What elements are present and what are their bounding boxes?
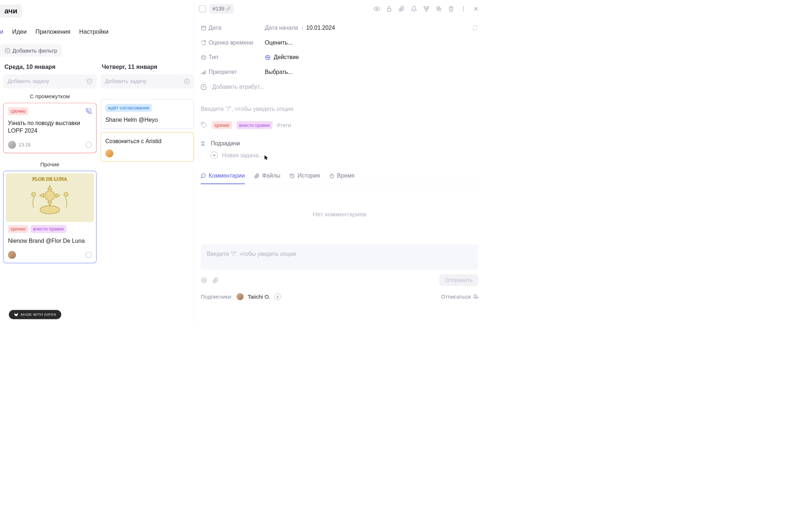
tags-hint[interactable]: #теги — [277, 122, 291, 129]
section-label-other: Прочие — [3, 156, 97, 171]
svg-point-22 — [201, 55, 206, 59]
main-nav: и Идеи Приложения Настройки — [0, 17, 194, 40]
tab-files[interactable]: Файлы — [254, 172, 280, 184]
copy-icon[interactable] — [436, 5, 442, 12]
task-time: 13:15 — [18, 142, 31, 148]
svg-rect-29 — [203, 72, 204, 74]
attr-value: Действие — [274, 54, 299, 61]
task-detail-panel: #139 Дата — [194, 0, 485, 324]
svg-point-37 — [203, 279, 205, 281]
tab-label: Файлы — [262, 173, 280, 179]
svg-text:FLOR DE LUNA: FLOR DE LUNA — [32, 176, 67, 182]
task-tag-edits: внести правки — [30, 225, 66, 233]
attr-priority[interactable]: Приоритет Выбрать... — [201, 65, 478, 80]
svg-point-3 — [32, 192, 36, 196]
attachment-icon[interactable] — [398, 5, 405, 12]
nav-apps[interactable]: Приложения — [36, 29, 70, 36]
mention-icon[interactable] — [201, 277, 207, 283]
unsubscribe-label: Отписаться — [441, 294, 471, 300]
plus-circle-icon: + — [211, 151, 218, 159]
page-title: ачи — [0, 4, 22, 17]
phone-icon — [86, 108, 92, 114]
avatar — [237, 293, 244, 300]
add-attribute-button[interactable]: + Добавить атрибут... — [201, 80, 478, 95]
attr-date[interactable]: Дата Дата начала - 10.01.2024 — [201, 20, 478, 35]
calendar-icon — [201, 25, 209, 31]
day-heading: Среда, 10 января — [3, 63, 97, 74]
task-tag-approval: ждёт согласования — [105, 104, 152, 112]
comments-empty: Нет комментариев — [194, 184, 485, 244]
tab-comments[interactable]: Комментарии — [201, 172, 245, 184]
nav-ideas[interactable]: Идеи — [12, 29, 27, 36]
history-icon — [290, 173, 295, 179]
add-task-input[interactable]: Добавить задачу + — [100, 74, 194, 88]
task-tag-urgent: срочно — [8, 225, 28, 233]
close-icon[interactable] — [473, 5, 479, 12]
svg-point-31 — [202, 123, 203, 124]
add-filter-button[interactable]: + Добавить фильтр — [0, 44, 62, 57]
plus-circle-icon: + — [87, 79, 92, 84]
sync-icon[interactable] — [472, 25, 478, 31]
date-end: 10.01.2024 — [306, 24, 335, 31]
made-with-gifox-badge: MADE WITH GIFOX — [9, 310, 61, 319]
task-card[interactable]: ждёт согласования Shane Helm @Heyo — [100, 100, 194, 129]
left-panel: ачи и Идеи Приложения Настройки + Добави… — [0, 0, 194, 324]
tab-time[interactable]: Время — [329, 172, 354, 184]
svg-point-13 — [463, 7, 464, 8]
plus-circle-icon: + — [184, 79, 190, 84]
watch-icon[interactable] — [374, 5, 380, 12]
task-id-badge[interactable]: #139 — [209, 4, 234, 14]
task-card[interactable]: FLOR DE LUNA срочно внести правки Nienow… — [3, 171, 97, 263]
detail-tag-edits[interactable]: внести правки — [236, 121, 272, 129]
bell-icon[interactable] — [411, 5, 417, 12]
task-card[interactable]: срочно Узнать по поводу выставки LOPF 20… — [3, 103, 97, 153]
task-card[interactable]: Созвониться с Aristid — [100, 132, 194, 162]
comment-input[interactable]: Введите "/", чтобы увидеть опции — [201, 244, 478, 270]
add-subscriber-button[interactable]: + — [274, 293, 281, 300]
attachment-icon[interactable] — [212, 277, 219, 283]
task-thumbnail: FLOR DE LUNA — [6, 173, 94, 222]
more-icon[interactable] — [460, 5, 467, 12]
nav-tasks[interactable]: и — [0, 29, 3, 36]
svg-point-6 — [376, 8, 378, 9]
task-id: #139 — [213, 6, 225, 12]
attr-label: Тип — [209, 54, 265, 61]
task-title: Созвониться с Aristid — [105, 136, 189, 146]
add-task-placeholder: Добавить задачу — [105, 78, 146, 84]
task-title: Shane Helm @Heyo — [105, 112, 189, 125]
nav-settings[interactable]: Настройки — [79, 29, 109, 36]
chat-icon — [201, 173, 206, 178]
avatar — [8, 251, 16, 259]
unsubscribe-button[interactable]: Отписаться — [441, 294, 478, 300]
detail-tag-urgent[interactable]: срочно — [212, 121, 232, 129]
attr-time-estimate[interactable]: Оценка времени Оценить... — [201, 35, 478, 50]
status-circle[interactable] — [86, 142, 92, 148]
lock-icon[interactable] — [386, 5, 392, 12]
add-filter-label: Добавить фильтр — [12, 47, 57, 54]
send-button[interactable]: Отправить — [440, 274, 478, 286]
task-tag-urgent: срочно — [8, 107, 28, 115]
priority-icon — [201, 69, 209, 75]
plus-circle-icon: + — [201, 84, 207, 90]
task-checkbox[interactable] — [199, 5, 206, 13]
status-circle[interactable] — [86, 252, 92, 258]
svg-rect-8 — [424, 7, 425, 8]
trash-icon[interactable] — [448, 5, 454, 12]
fox-icon — [14, 312, 18, 317]
tab-label: История — [297, 173, 320, 179]
svg-rect-10 — [426, 10, 427, 11]
day-column-wednesday: Среда, 10 января Добавить задачу + С про… — [3, 63, 97, 266]
avatar — [105, 149, 113, 157]
subscriber-name: Taiichi O. — [247, 294, 270, 300]
svg-rect-32 — [202, 142, 204, 143]
plus-circle-icon: + — [5, 48, 10, 53]
add-subtask-button[interactable]: + Новая задача... — [201, 151, 478, 159]
tab-history[interactable]: История — [290, 172, 320, 184]
hierarchy-icon[interactable] — [423, 5, 430, 12]
attr-value: Выбрать... — [265, 69, 293, 76]
attr-label: Дата — [209, 24, 265, 31]
add-task-input[interactable]: Добавить задачу + — [3, 74, 97, 88]
svg-rect-28 — [202, 72, 203, 74]
description-input[interactable]: Введите "/", чтобы увидеть опции — [194, 99, 485, 119]
attr-type[interactable]: Тип Действие — [201, 50, 478, 65]
